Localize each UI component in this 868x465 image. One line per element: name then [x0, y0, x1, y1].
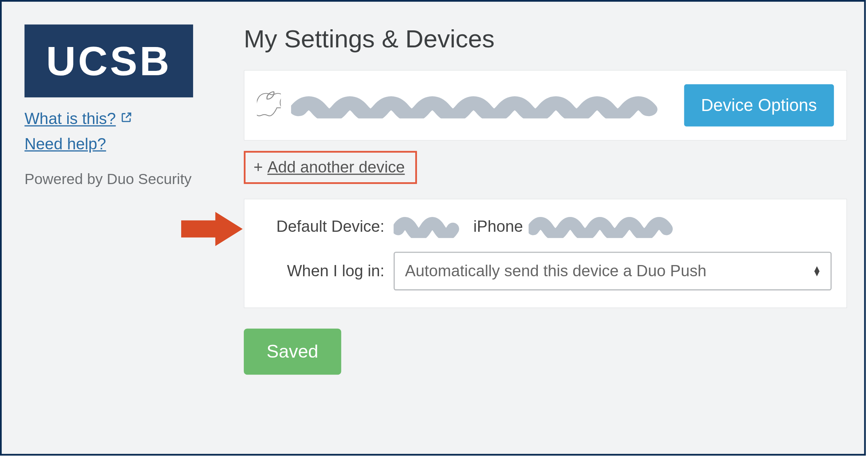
external-link-icon — [120, 111, 133, 127]
redacted-blob — [529, 215, 688, 238]
page-title: My Settings & Devices — [244, 25, 847, 53]
app-frame: UCSB What is this? Need help? Powered by… — [0, 0, 866, 456]
sidebar: UCSB What is this? Need help? Powered by… — [25, 25, 227, 437]
default-device-middle-text: iPhone — [473, 218, 523, 236]
main-content: My Settings & Devices Device Options + A… — [227, 25, 847, 437]
when-i-log-in-label: When I log in: — [259, 262, 385, 280]
login-action-select[interactable]: Automatically send this device a Duo Pus… — [393, 252, 831, 290]
add-another-device-label: Add another device — [267, 158, 405, 176]
device-name-redacted — [291, 92, 674, 118]
what-is-this-label: What is this? — [25, 110, 116, 128]
login-action-select-wrap: Automatically send this device a Duo Pus… — [393, 252, 831, 290]
org-logo: UCSB — [25, 25, 193, 98]
apple-icon — [257, 90, 281, 121]
device-options-button[interactable]: Device Options — [684, 84, 834, 127]
plus-icon: + — [254, 158, 263, 176]
device-card: Device Options — [244, 70, 847, 141]
default-device-value: iPhone — [393, 215, 688, 238]
org-logo-text: UCSB — [46, 38, 172, 84]
need-help-label: Need help? — [25, 135, 106, 153]
what-is-this-link[interactable]: What is this? — [25, 110, 133, 128]
default-device-row: Default Device: iPhone — [259, 215, 832, 238]
need-help-link[interactable]: Need help? — [25, 135, 106, 153]
redacted-blob — [393, 215, 468, 238]
add-another-device-link[interactable]: + Add another device — [244, 151, 417, 184]
settings-card: Default Device: iPhone W — [244, 199, 847, 308]
default-device-label: Default Device: — [259, 218, 385, 236]
sidebar-links: What is this? Need help? — [25, 110, 227, 153]
when-i-log-in-row: When I log in: Automatically send this d… — [259, 252, 832, 290]
saved-button[interactable]: Saved — [244, 329, 341, 375]
powered-by-text: Powered by Duo Security — [25, 170, 227, 188]
